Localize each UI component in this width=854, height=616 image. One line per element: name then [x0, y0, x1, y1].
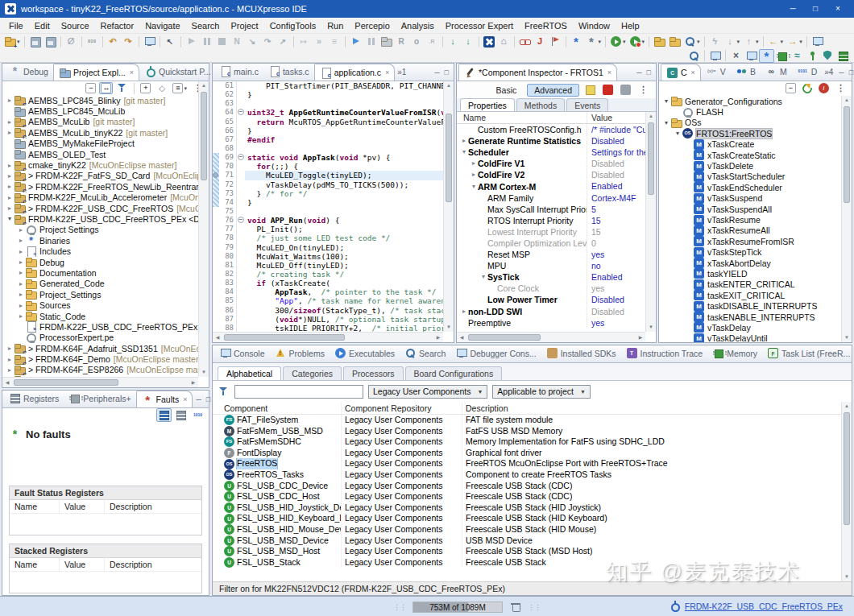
table-row[interactable]: OSFreeRTOS_TasksLegacy User ComponentsCo…: [213, 469, 841, 481]
tab-faults[interactable]: *Faults×: [136, 391, 193, 407]
code-line[interactable]: 83 if (xTaskCreate(: [213, 279, 443, 287]
table-row[interactable]: UFSL_USB_MSD_HostLegacy User ComponentsF…: [213, 546, 841, 557]
code-line[interactable]: 79 McuLED_On(tinyLED);: [213, 243, 443, 252]
expand-arrow-icon[interactable]: ▸: [6, 172, 14, 180]
component-tree-item[interactable]: MvTaskStartScheduler: [659, 172, 841, 182]
component-tree-item[interactable]: MxTaskCreate: [659, 139, 841, 150]
collapse-arrow-icon[interactable]: ▾: [674, 130, 682, 137]
profile-pause-button[interactable]: [363, 35, 379, 48]
export-teal-button[interactable]: ↓: [446, 35, 461, 48]
menu-dots-button[interactable]: ⋮: [833, 81, 848, 95]
minimize-view-button[interactable]: ─: [636, 68, 641, 76]
code-line[interactable]: 84 AppTask, /* pointer to the task */: [213, 287, 443, 296]
code-line[interactable]: 87 (void*)NULL, /* optional task startup…: [213, 315, 443, 324]
property-row[interactable]: Preemptiveyes: [457, 317, 645, 329]
expand-arrow-icon[interactable]: ▸: [6, 97, 14, 104]
property-row[interactable]: MPUno: [457, 260, 645, 271]
code-line[interactable]: 75: [213, 207, 443, 216]
skip-breakpoints-button[interactable]: Ø: [64, 35, 79, 48]
develop-button[interactable]: *: [759, 49, 774, 63]
project-tree-item[interactable]: ▸C> FRDM-K22F_FatFS_SD_Card[McuOnEclipse…: [2, 171, 198, 181]
project-tree-item[interactable]: ▸Project Settings: [2, 225, 198, 235]
table-row[interactable]: UFSL_USB_CDC_HostLegacy User ComponentsF…: [213, 491, 841, 502]
property-row[interactable]: ▾SysTickEnabled: [457, 271, 645, 283]
tab-m[interactable]: ∞M: [761, 64, 792, 79]
r-tool-button[interactable]: R: [394, 35, 409, 48]
project-tree-item[interactable]: ▸C> FRDM-K64F_Adafruit_SSD1351[McuOnEcli…: [2, 343, 198, 353]
flag-skip-button[interactable]: [548, 35, 563, 48]
project-tree-item[interactable]: ▸Sources: [2, 300, 198, 310]
code-line[interactable]: 74}: [213, 198, 443, 207]
property-row[interactable]: ▸ColdFire V1Disabled: [457, 158, 645, 169]
project-tree-item[interactable]: ▸Generated_Code: [2, 279, 198, 289]
expand-arrow-icon[interactable]: ▸: [6, 366, 14, 374]
component-tree-item[interactable]: MxTaskResumeFromISR: [659, 236, 841, 246]
expand-arrow-icon[interactable]: ▸: [6, 205, 14, 212]
component-tree-item[interactable]: ▾Generator_Configurations: [659, 96, 841, 106]
diamond-button[interactable]: ◇: [154, 81, 169, 95]
close-icon[interactable]: ×: [183, 395, 187, 403]
maximize-button[interactable]: □: [804, 0, 827, 18]
component-tree-item[interactable]: ▾OSFRTOS1:FreeRTOS: [659, 128, 841, 138]
tab-main-c[interactable]: cmain.c: [214, 64, 263, 79]
project-tree-item[interactable]: ▸C> FRDM-K22F_USB_CDC_FreeRTOS[McuOnEcli…: [2, 203, 198, 213]
maximize-view-button[interactable]: □: [849, 68, 853, 76]
suspend-button[interactable]: [199, 35, 214, 48]
console-button[interactable]: [142, 35, 157, 48]
component-tree-item[interactable]: MtaskYIELD: [659, 268, 841, 279]
sticky-note-button[interactable]: [583, 83, 598, 97]
code-line[interactable]: 71 McuLED_Toggle(tinyLED);: [213, 171, 443, 180]
expand-arrow-icon[interactable]: ▸: [17, 269, 25, 276]
tab-application-c[interactable]: capplication.c×: [314, 64, 396, 81]
expand-arrow-icon[interactable]: ▸: [17, 258, 25, 266]
column-header-description[interactable]: Description: [462, 402, 852, 414]
push-up-button[interactable]: ↑▾: [741, 35, 761, 48]
property-row[interactable]: ARM FamilyCortex-M4F: [457, 192, 645, 204]
link-tool-button[interactable]: [517, 35, 533, 48]
expand-arrow-icon[interactable]: ▸: [6, 356, 14, 363]
new-button[interactable]: +▾: [2, 35, 22, 48]
component-tree-item[interactable]: MtaskEXIT_CRITICAL: [659, 290, 841, 300]
table-row[interactable]: FSFatFsMemSDHCLegacy User ComponentsMemo…: [213, 436, 841, 448]
chip-green-button[interactable]: [774, 49, 790, 63]
horizontal-scrollbar[interactable]: ◀▶: [2, 377, 198, 387]
code-line[interactable]: 63: [213, 99, 443, 108]
component-filter-input[interactable]: [234, 385, 363, 399]
table-row[interactable]: MFatFsMem_USB_MSDLegacy User ComponentsF…: [213, 426, 841, 437]
component-tree-item[interactable]: MxTaskAbortDelay: [659, 258, 841, 268]
menu-run[interactable]: Run: [321, 21, 349, 31]
gray-square-button[interactable]: [618, 83, 633, 97]
tab-debugger-cons[interactable]: Debugger Cons...: [450, 345, 541, 361]
add-box-button[interactable]: +: [139, 82, 152, 94]
tools-button[interactable]: ×: [728, 49, 744, 63]
tab-executables[interactable]: Executables: [330, 345, 400, 361]
tab-overflow-indicator[interactable]: »1: [395, 68, 408, 76]
menu-percepio[interactable]: Percepio: [349, 21, 395, 31]
column-header-component[interactable]: Component: [213, 402, 342, 414]
inspector-tab-events[interactable]: Events: [566, 98, 608, 111]
drop-to-frame-button[interactable]: ↦: [296, 35, 312, 48]
fold-marker-icon[interactable]: −: [238, 109, 244, 115]
expand-arrow-icon[interactable]: ▸: [17, 302, 25, 309]
step-into-button[interactable]: ↘: [245, 35, 260, 48]
maximize-view-button[interactable]: □: [647, 68, 651, 76]
maximize-view-button[interactable]: □: [206, 395, 210, 403]
open-perspective-button[interactable]: [707, 49, 723, 63]
code-line[interactable]: 69−static void AppTask(void *pv) {: [213, 153, 443, 162]
scrollbar-thumb[interactable]: [648, 122, 654, 195]
component-tree-item[interactable]: MvTaskDelete: [659, 160, 841, 171]
project-tree-item[interactable]: ProcessorExpert.pe: [2, 333, 198, 343]
pex-star-button[interactable]: *▾: [584, 35, 603, 48]
component-tree-item[interactable]: MvTaskSuspendAll: [659, 204, 841, 214]
horizontal-scrollbar[interactable]: ◀▶: [213, 332, 443, 342]
table-row[interactable]: UFSL_USB_HID_Keyboard_DevicLegacy User C…: [213, 513, 841, 524]
tab-c[interactable]: CC×: [661, 64, 701, 81]
launch-search-button[interactable]: ▾: [682, 35, 702, 48]
menu-freertos[interactable]: FreeRTOS: [519, 21, 573, 31]
menu-source[interactable]: Source: [56, 21, 95, 31]
maximize-view-button[interactable]: □: [445, 68, 449, 76]
inspector-tab-properties[interactable]: Properties: [460, 98, 515, 111]
tab-component-inspector-frtos1[interactable]: *Component Inspector - FRTOS1×: [458, 64, 617, 81]
fetch-down-button[interactable]: ↓▾: [723, 35, 742, 48]
collapse-arrow-icon[interactable]: ▾: [662, 119, 670, 126]
